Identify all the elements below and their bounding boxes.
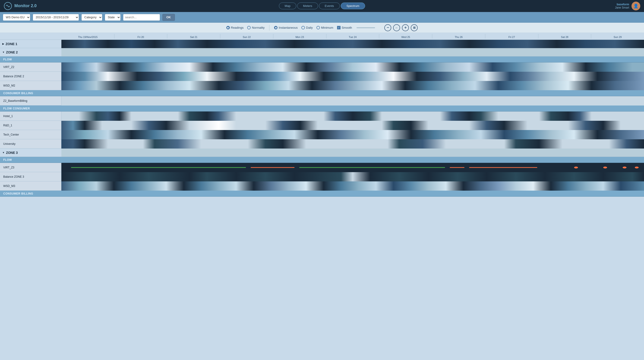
virt-z2-label[interactable]: VIRT_Z2	[0, 62, 62, 71]
zone3-billing-header: CONSUMER BILLING	[0, 191, 644, 197]
timeline-dates: Thu 19/Nov/2015 Fri 20 Sat 21 Sun 22 Mon…	[62, 34, 644, 38]
smooth-slider[interactable]	[356, 27, 375, 28]
rd-1-label[interactable]: R&D_1	[0, 121, 62, 130]
readings-option[interactable]: Readings	[226, 26, 244, 29]
balance-z2-label[interactable]: Balance ZONE 2	[0, 72, 62, 81]
wsd-m2-chart	[62, 81, 644, 90]
zone3-title: ZONE 3	[6, 151, 18, 155]
tech-center-chart	[62, 130, 644, 139]
zone2-billing-header: CONSUMER BILLING	[0, 90, 644, 96]
category-select[interactable]: Category	[81, 14, 102, 21]
zone2-flow-header: FLOW	[0, 56, 644, 62]
date-fri20: Fri 20	[114, 34, 167, 38]
smooth-option[interactable]: ✓ Smooth	[337, 26, 352, 29]
instantaneous-radio[interactable]	[274, 26, 278, 29]
aggregation-options: Instantaneous Daily Minimum ✓ Smooth	[274, 26, 375, 29]
row-balance-z3: Balance ZONE 3	[0, 172, 644, 181]
normality-label: Normality	[252, 26, 264, 29]
toolbar: WS Demo EU 2015/11/18 - 2015/11/29 Categ…	[0, 12, 644, 23]
zone3-flow-label: FLOW	[0, 158, 62, 162]
z2-billing-label[interactable]: Z2_BaseformBilling	[0, 96, 62, 105]
zone2-timeline	[62, 48, 644, 56]
date-sat21: Sat 21	[167, 34, 220, 38]
row-university: University	[0, 139, 644, 149]
zone2-header[interactable]: ▼ ZONE 2	[0, 48, 644, 56]
search-input[interactable]	[123, 14, 160, 21]
row-virt-z3: VIRT_Z3	[0, 163, 644, 172]
hotel-1-label[interactable]: Hotel_1	[0, 112, 62, 121]
date-range-select[interactable]: 2015/11/18 - 2015/11/29	[33, 14, 79, 21]
balance-z3-label[interactable]: Balance ZONE 3	[0, 172, 62, 181]
minimum-option[interactable]: Minimum	[316, 26, 333, 29]
state-select[interactable]: State	[105, 14, 121, 21]
date-mon23: Mon 23	[273, 34, 326, 38]
row-tech-center: Tech_Center	[0, 130, 644, 139]
row-wsd-m2: WSD_M2	[0, 81, 644, 90]
balance-z3-chart	[62, 172, 644, 181]
row-virt-z2: VIRT_Z2	[0, 62, 644, 72]
wsd-m3-label[interactable]: WSD_M3	[0, 181, 62, 190]
daily-label: Daily	[306, 26, 313, 29]
svg-point-9	[635, 167, 639, 169]
tab-events[interactable]: Events	[319, 2, 340, 9]
row-hotel-1: Hotel_1	[0, 112, 644, 121]
tech-center-label[interactable]: Tech_Center	[0, 130, 62, 139]
date-thu19: Thu 19/Nov/2015	[62, 34, 114, 38]
minimum-radio[interactable]	[316, 26, 320, 29]
row-balance-z2: Balance ZONE 2	[0, 72, 644, 81]
wsd-m2-label[interactable]: WSD_M2	[0, 81, 62, 90]
zone3-header[interactable]: ▼ ZONE 3	[0, 149, 644, 157]
daily-option[interactable]: Daily	[302, 26, 313, 29]
date-sun29: Sun 29	[591, 34, 644, 38]
date-sun22: Sun 22	[220, 34, 273, 38]
smooth-checkbox[interactable]: ✓	[337, 26, 340, 29]
tab-meters[interactable]: Meters	[297, 2, 318, 9]
zoom-out-button[interactable]: −	[384, 24, 391, 31]
tab-spectrum[interactable]: Spectrum	[341, 2, 365, 9]
zone1-expand-icon: ▶	[2, 43, 4, 45]
zoom-fit-button[interactable]: ⊞	[411, 24, 418, 31]
date-tue24: Tue 24	[326, 34, 379, 38]
readings-label: Readings	[231, 26, 244, 29]
instantaneous-option[interactable]: Instantaneous	[274, 26, 298, 29]
app-title: Monitor 2.0	[14, 3, 36, 8]
zone2-flow-consumer-label: FLOW CONSUMER	[0, 107, 62, 110]
readings-radio[interactable]	[226, 26, 230, 29]
zoom-controls: − ← + ⊞	[384, 24, 418, 31]
date-sat28: Sat 28	[538, 34, 591, 38]
zone1-label: ▶ ZONE 1	[0, 42, 62, 46]
balance-z2-chart	[62, 72, 644, 81]
virt-z2-chart	[62, 62, 644, 72]
wsd-m3-chart	[62, 181, 644, 191]
rd-1-chart	[62, 121, 644, 130]
options-bar: Readings Normality Instantaneous Daily M…	[0, 23, 644, 33]
zoom-back-button[interactable]: ←	[393, 24, 400, 31]
minimum-label: Minimum	[321, 26, 333, 29]
zoom-in-button[interactable]: +	[402, 24, 409, 31]
svg-point-7	[603, 167, 607, 169]
svg-point-8	[623, 167, 627, 169]
logo-icon	[4, 2, 12, 10]
main-content: Thu 19/Nov/2015 Fri 20 Sat 21 Sun 22 Mon…	[0, 33, 644, 360]
options-divider	[269, 25, 270, 30]
user-avatar[interactable]: 👤	[632, 1, 640, 10]
zone3-billing-label: CONSUMER BILLING	[0, 192, 62, 195]
user-area: baseform Jane Smart 👤	[481, 1, 640, 10]
normality-radio[interactable]	[247, 26, 251, 29]
row-rd-1: R&D_1	[0, 121, 644, 130]
virt-z3-label[interactable]: VIRT_Z3	[0, 163, 62, 172]
zone3-label: ▼ ZONE 3	[0, 151, 62, 155]
university-label[interactable]: University	[0, 139, 62, 148]
svg-point-6	[574, 167, 578, 169]
ok-button[interactable]: OK	[162, 14, 175, 21]
daily-radio[interactable]	[302, 26, 305, 29]
zone2-flow-consumer-header: FLOW CONSUMER	[0, 106, 644, 112]
date-wed25: Wed 25	[379, 34, 432, 38]
tab-map[interactable]: Map	[279, 2, 296, 9]
zone1-header[interactable]: ▶ ZONE 1	[0, 40, 644, 48]
workspace-select[interactable]: WS Demo EU	[3, 14, 30, 21]
smooth-label: Smooth	[342, 26, 352, 29]
zone2-expand-icon: ▼	[2, 51, 5, 53]
normality-option[interactable]: Normality	[247, 26, 264, 29]
app-header: Monitor 2.0 Map Meters Events Spectrum b…	[0, 0, 644, 12]
